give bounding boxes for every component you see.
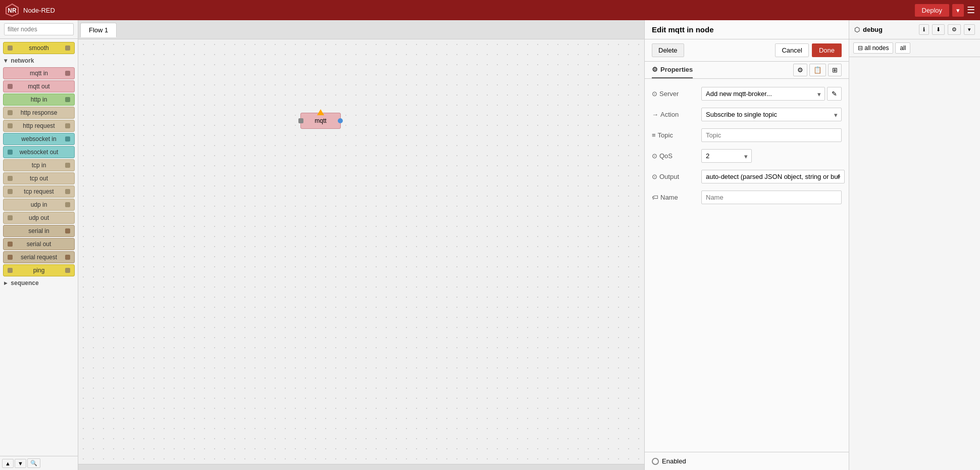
properties-tab-label: Properties (660, 66, 693, 73)
node-port-right-mqttin2 (65, 71, 70, 76)
node-port-left-mqttout (8, 84, 13, 89)
node-item-smooth[interactable]: smooth (3, 42, 75, 54)
node-item-tcp-in[interactable]: tcp in (3, 159, 75, 171)
form-row-server: ⊙ Server Add new mqtt-broker... ✎ (652, 87, 842, 101)
sidebar-scroll-down-btn[interactable]: ▼ (15, 459, 26, 468)
filter-icon: ⊟ (858, 44, 863, 52)
node-item-udp-in[interactable]: udp in (3, 199, 75, 211)
debug-info-button[interactable]: ℹ (919, 24, 929, 35)
tab-flow1[interactable]: Flow 1 (80, 23, 117, 37)
debug-filter-current-button[interactable]: all (895, 42, 910, 54)
category-toggle-icon: ▾ (4, 57, 7, 64)
server-select[interactable]: Add new mqtt-broker... (701, 87, 825, 101)
node-label-http-response: http response (13, 109, 65, 116)
debug-settings-button[interactable]: ⚙ (948, 24, 961, 35)
edit-form: ⊙ Server Add new mqtt-broker... ✎ → Acti (645, 79, 849, 452)
sidebar-category-network[interactable]: ▾ network (0, 55, 78, 66)
topbar: NR Node-RED Deploy ▾ ☰ (0, 0, 980, 20)
edit-panel-actions: Delete Cancel Done (645, 39, 849, 62)
node-port-right-ping (65, 268, 70, 273)
node-port-right-httpreq (65, 123, 70, 128)
cancel-button[interactable]: Cancel (775, 43, 808, 57)
node-port-left-wsout (8, 150, 13, 155)
debug-export-button[interactable]: ⬇ (932, 24, 945, 35)
delete-button[interactable]: Delete (652, 43, 684, 57)
node-item-websocket-in[interactable]: websocket in (3, 133, 75, 145)
node-item-http-response[interactable]: http response (3, 107, 75, 119)
sidebar-scroll-up-btn[interactable]: ▲ (2, 459, 14, 468)
edit-panel-actions-right: Cancel Done (775, 43, 842, 57)
output-select[interactable]: auto-detect (parsed JSON object, string … (701, 170, 845, 183)
node-item-ping[interactable]: ping (3, 264, 75, 276)
done-button[interactable]: Done (812, 43, 842, 57)
node-item-tcp-request[interactable]: tcp request (3, 185, 75, 198)
filter-nodes-input[interactable] (4, 23, 74, 35)
edit-tab-icon-book[interactable]: 📋 (809, 64, 826, 76)
debug-expand-button[interactable]: ▾ (964, 24, 975, 35)
node-item-http-request[interactable]: http request (3, 120, 75, 132)
edit-panel-title: Edit mqtt in node (645, 20, 849, 39)
sidebar-filter-area (0, 20, 78, 39)
node-label-smooth: smooth (13, 44, 65, 52)
node-port-left-udpout (8, 215, 13, 220)
mqtt-node-port-right (338, 118, 343, 123)
server-label: ⊙ Server (652, 90, 697, 98)
topic-input[interactable] (701, 128, 842, 142)
name-input[interactable] (701, 191, 842, 204)
edit-tab-icon-grid[interactable]: ⊞ (828, 64, 842, 76)
debug-panel-icon: ⬡ (854, 26, 860, 33)
sidebar: smooth ▾ network mqtt in mqtt out http (0, 20, 78, 470)
node-label-http-request: http request (13, 122, 65, 129)
node-item-mqtt-out[interactable]: mqtt out (3, 80, 75, 92)
mqtt-node-warning-icon (317, 109, 324, 115)
sidebar-search-btn[interactable]: 🔍 (27, 458, 40, 468)
debug-filter-all-nodes-button[interactable]: ⊟ all nodes (853, 42, 893, 54)
topic-label: ≡ Topic (652, 131, 697, 139)
canvas-mqtt-node[interactable]: mqtt (300, 113, 341, 129)
node-label-serial-out: serial out (13, 241, 65, 248)
node-item-websocket-out[interactable]: websocket out (3, 146, 75, 158)
node-label-mqtt-in: mqtt in (13, 70, 65, 77)
node-item-udp-out[interactable]: udp out (3, 212, 75, 224)
canvas-horizontal-scrollbar[interactable] (78, 464, 644, 470)
canvas[interactable]: mqtt (78, 39, 644, 464)
edit-tab-icon-gear[interactable]: ⚙ (793, 64, 807, 76)
deploy-button[interactable]: Deploy (915, 4, 949, 17)
action-select[interactable]: Subscribe to single topic Subscribe to m… (701, 108, 842, 121)
form-row-qos: ⊙ QoS 0 1 2 (652, 149, 842, 163)
node-label-ping: ping (13, 267, 65, 274)
node-item-http-in[interactable]: http in (3, 93, 75, 106)
form-row-action: → Action Subscribe to single topic Subsc… (652, 108, 842, 121)
output-label: ⊙ Output (652, 173, 697, 180)
node-port-right-tcpin (65, 163, 70, 168)
node-label-tcp-in: tcp in (13, 162, 65, 169)
node-item-mqtt-in[interactable]: mqtt in (3, 67, 75, 79)
qos-icon: ⊙ (652, 152, 657, 160)
node-port-left-smooth (8, 45, 13, 51)
node-item-serial-request[interactable]: serial request (3, 251, 75, 263)
node-item-serial-in[interactable]: serial in (3, 225, 75, 237)
name-label: 🏷 Name (652, 194, 697, 201)
hamburger-button[interactable]: ☰ (967, 5, 975, 16)
category-toggle-icon-seq: ▸ (4, 279, 7, 287)
topic-icon: ≡ (652, 131, 656, 139)
app-title: Node-RED (23, 7, 55, 14)
output-select-wrapper: auto-detect (parsed JSON object, string … (701, 170, 845, 183)
server-control-row: Add new mqtt-broker... ✎ (701, 87, 842, 101)
sidebar-category-sequence[interactable]: ▸ sequence (0, 277, 78, 289)
enabled-label: Enabled (662, 457, 686, 465)
qos-select[interactable]: 0 1 2 (701, 149, 752, 163)
properties-tab[interactable]: ⚙ Properties (652, 62, 693, 78)
form-row-topic: ≡ Topic (652, 128, 842, 142)
name-icon: 🏷 (652, 194, 658, 201)
server-edit-button[interactable]: ✎ (827, 87, 842, 101)
gear-icon: ⚙ (652, 66, 658, 73)
node-label-udp-out: udp out (13, 214, 65, 221)
sidebar-nodes: smooth ▾ network mqtt in mqtt out http (0, 39, 78, 456)
deploy-arrow-button[interactable]: ▾ (952, 4, 964, 17)
node-port-left-httpreq (8, 123, 13, 128)
node-item-tcp-out[interactable]: tcp out (3, 172, 75, 184)
node-port-left-serout (8, 242, 13, 247)
sidebar-bottom: ▲ ▼ 🔍 (0, 456, 78, 470)
node-item-serial-out[interactable]: serial out (3, 238, 75, 250)
